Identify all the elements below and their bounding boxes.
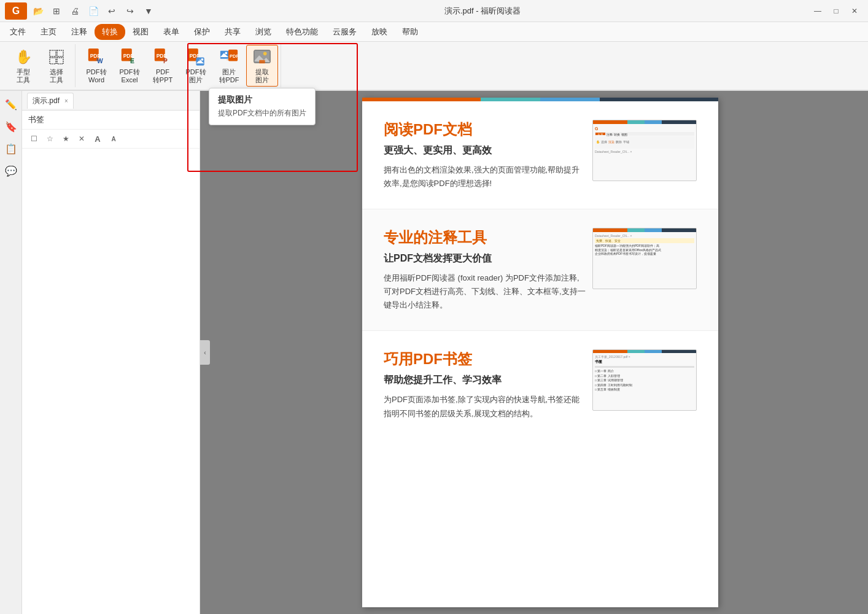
menu-form[interactable]: 表单: [156, 24, 187, 40]
select-tool-button[interactable]: 选择工具: [41, 45, 72, 87]
bookmark-icon[interactable]: 🔖: [2, 118, 20, 135]
bookmark-panel: 书签 ☐ ☆ ★ ✕ A A: [22, 111, 200, 614]
tooltip-popup: 提取图片 提取PDF文档中的所有图片: [209, 88, 316, 125]
menu-bar: 文件 主页 注释 转换 视图 表单 保护 共享 浏览 特色功能 云服务 放映 帮…: [0, 22, 868, 42]
redo-icon[interactable]: ↪: [123, 4, 138, 18]
toolbar-group-convert: PDF W → PDF转Word PDF E → PDF转Excel: [78, 44, 281, 87]
bookmark-text-large-icon[interactable]: A: [91, 132, 104, 146]
newfile-icon[interactable]: 📄: [86, 4, 101, 18]
svg-rect-3: [57, 58, 63, 64]
image-to-pdf-button[interactable]: PDF → 图片转PDF: [213, 45, 245, 87]
tooltip-desc: 提取PDF文档中的所有图片: [218, 108, 306, 119]
menu-browse[interactable]: 浏览: [248, 24, 279, 40]
svg-text:→: →: [94, 55, 102, 64]
extract-image-button[interactable]: 提取图片: [246, 45, 278, 87]
tab-bar: 演示.pdf ×: [22, 91, 200, 111]
tooltip-title: 提取图片: [218, 95, 306, 106]
pdf-section-1: G 主页 注释 转换 视图 ✋ 选择 渲染 删除 平铺: [362, 101, 718, 209]
svg-rect-1: [57, 50, 63, 56]
bookmark-star-icon[interactable]: ☆: [43, 132, 56, 146]
pdf-section-2: Datasheet_Reader_CN... × 免费、快速、安全 福昕PDF阅…: [362, 209, 718, 331]
menu-cloud[interactable]: 云服务: [325, 24, 364, 40]
svg-rect-32: [259, 60, 265, 64]
menu-help[interactable]: 帮助: [395, 24, 425, 40]
pdf-to-ppt-button[interactable]: PDF P → PDF转PPT: [147, 45, 179, 87]
content-area: ‹: [200, 91, 868, 614]
mini-screenshot-3: 员工手册_20120917.pdf × 书签 □ 第一章 简介 □ 第二章 入职…: [592, 349, 697, 411]
mini-screenshot-2: Datasheet_Reader_CN... × 免费、快速、安全 福昕PDF阅…: [592, 228, 697, 289]
menu-convert[interactable]: 转换: [95, 24, 125, 40]
extract-image-icon: [252, 47, 272, 67]
undo-icon[interactable]: ↩: [104, 4, 119, 18]
print-icon[interactable]: 🖨: [68, 4, 82, 18]
left-panel: 演示.pdf × 书签 ☐ ☆ ★ ✕ A A: [22, 91, 200, 614]
pdf-preview: G 主页 注释 转换 视图 ✋ 选择 渲染 删除 平铺: [362, 98, 718, 607]
pdf-section-3: 员工手册_20120917.pdf × 书签 □ 第一章 简介 □ 第二章 入职…: [362, 331, 718, 438]
pages-icon[interactable]: 📋: [2, 140, 20, 157]
menu-present[interactable]: 放映: [364, 24, 395, 40]
maximize-button[interactable]: □: [827, 4, 845, 18]
pen-tool-icon[interactable]: ✏️: [2, 96, 20, 113]
menu-share[interactable]: 共享: [217, 24, 248, 40]
pdf-to-excel-button[interactable]: PDF E → PDF转Excel: [114, 45, 145, 87]
menu-annotate[interactable]: 注释: [64, 24, 95, 40]
bookmark-delete-icon[interactable]: ✕: [75, 132, 88, 146]
menu-view[interactable]: 视图: [125, 24, 156, 40]
pdf-to-word-icon: PDF W →: [87, 47, 106, 67]
comment-icon[interactable]: 💬: [2, 162, 20, 179]
svg-rect-2: [50, 58, 56, 64]
newwin-icon[interactable]: ⊞: [49, 4, 64, 18]
svg-text:→: →: [127, 55, 135, 64]
window-controls: — □ ✕: [809, 4, 863, 18]
pdf-color-bar-top: [362, 98, 718, 101]
open-icon[interactable]: 📂: [31, 4, 45, 18]
bookmark-toolbar: ☐ ☆ ★ ✕ A A: [22, 130, 200, 149]
minimize-button[interactable]: —: [809, 4, 826, 18]
pdf-to-image-button[interactable]: PDF → PDF转图片: [180, 45, 212, 87]
pdf-to-image-icon: PDF →: [186, 47, 206, 67]
bookmark-text-small-icon[interactable]: A: [107, 132, 120, 146]
pdf-to-ppt-icon: PDF P →: [153, 47, 172, 67]
menu-home[interactable]: 主页: [33, 24, 64, 40]
window-title: 演示.pdf - 福昕阅读器: [160, 6, 805, 17]
svg-text:→: →: [160, 55, 168, 64]
pdf-to-excel-icon: PDF E →: [120, 47, 139, 67]
hand-icon: ✋: [14, 47, 33, 67]
svg-point-24: [225, 52, 227, 54]
doc-tab[interactable]: 演示.pdf ×: [27, 93, 74, 109]
svg-text:→: →: [225, 55, 233, 64]
menu-file[interactable]: 文件: [2, 24, 33, 40]
select-icon: [47, 47, 66, 67]
customise-icon[interactable]: ▼: [141, 4, 156, 18]
hand-tool-button[interactable]: ✋ 手型工具: [7, 45, 39, 87]
toolbar-group-tools: ✋ 手型工具 选择工具: [5, 44, 76, 87]
svg-text:→: →: [193, 55, 201, 64]
tab-label: 演示.pdf: [33, 96, 60, 106]
bookmark-add-icon[interactable]: ☐: [27, 132, 41, 146]
tab-close-icon[interactable]: ×: [64, 98, 68, 104]
bookmark-header: 书签: [22, 111, 200, 130]
logo-button[interactable]: G: [5, 2, 27, 20]
title-bar: G 📂 ⊞ 🖨 📄 ↩ ↪ ▼ 演示.pdf - 福昕阅读器 — □ ✕: [0, 0, 868, 22]
close-button[interactable]: ✕: [846, 4, 863, 18]
menu-special[interactable]: 特色功能: [279, 24, 325, 40]
side-panel-icons: ✏️ 🔖 📋 💬: [0, 91, 22, 614]
bookmark-filled-icon[interactable]: ★: [59, 132, 72, 146]
svg-rect-0: [50, 50, 56, 56]
mini-screenshot-1: G 主页 注释 转换 视图 ✋ 选择 渲染 删除 平铺: [592, 120, 697, 181]
menu-protect[interactable]: 保护: [187, 24, 217, 40]
toolbar: ✋ 手型工具 选择工具 PDF W →: [0, 42, 868, 91]
svg-point-30: [263, 52, 267, 55]
main-area: ✏️ 🔖 📋 💬 演示.pdf × 书签 ☐ ☆ ★ ✕ A A: [0, 91, 868, 614]
image-to-pdf-icon: PDF →: [219, 47, 239, 67]
pdf-to-word-button[interactable]: PDF W → PDF转Word: [80, 45, 112, 87]
collapse-panel-button[interactable]: ‹: [200, 340, 210, 365]
